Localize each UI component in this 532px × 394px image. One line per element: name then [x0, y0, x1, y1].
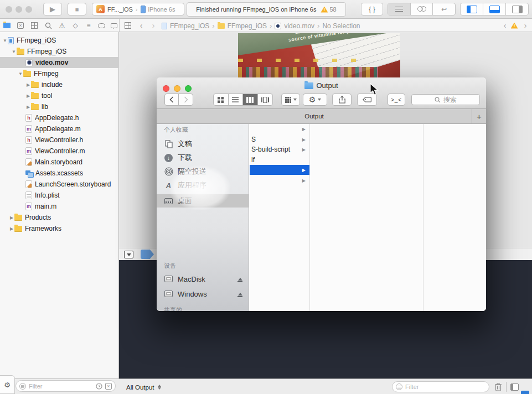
share-button[interactable]	[332, 94, 352, 106]
tree-row-info-plist[interactable]: Info.plist	[0, 190, 119, 201]
project-navigator-tab[interactable]	[3, 22, 11, 29]
new-tab-button[interactable]: +	[472, 109, 486, 123]
toggle-variables-view-button[interactable]	[510, 383, 519, 391]
minimize-window-button[interactable]	[16, 6, 22, 13]
standard-editor-button[interactable]	[388, 3, 411, 15]
list-view-icon	[232, 97, 239, 102]
tree-row-project[interactable]: ▼FFmpeg_iOS	[0, 35, 119, 46]
tree-row-ffmpeg[interactable]: ▼FFmpeg	[0, 68, 119, 79]
file-row[interactable]: ▶	[250, 175, 309, 185]
tree-row-main-storyboard[interactable]: Main.storyboard	[0, 157, 119, 168]
tree-row-video-mov[interactable]: video.mov	[0, 57, 119, 68]
code-snippets-button[interactable]: { }	[361, 3, 383, 15]
flat-hierarchy-toggle[interactable]: ×	[105, 383, 112, 390]
disclosure-closed-icon[interactable]: ▶	[25, 94, 31, 98]
trash-button[interactable]	[494, 382, 502, 391]
back-button[interactable]	[165, 94, 179, 105]
navigator-filter-bar: Filter ×	[0, 379, 119, 394]
breakpoint-navigator-tab[interactable]	[97, 22, 105, 29]
tree-row-assets[interactable]: Assets.xcassets	[0, 168, 119, 179]
drag-cloud-artifact	[160, 151, 249, 234]
finder-search-field[interactable]: 搜索	[411, 94, 480, 105]
clock-icon[interactable]	[96, 383, 102, 390]
scheme-selector[interactable]: A FF..._iOS › iPhone 6s	[92, 3, 184, 15]
column-view-button[interactable]	[243, 94, 258, 105]
eject-button[interactable]	[237, 276, 242, 282]
coverflow-view-button[interactable]	[258, 94, 272, 105]
tree-row-viewcontroller-h[interactable]: hViewController.h	[0, 134, 119, 146]
arrange-button[interactable]	[281, 94, 300, 106]
issue-indicator[interactable]	[510, 22, 518, 29]
tree-row-frameworks[interactable]: ▶Frameworks	[0, 223, 119, 234]
forward-button[interactable]	[179, 94, 193, 105]
disclosure-closed-icon[interactable]: ▶	[25, 105, 31, 110]
disclosure-closed-icon[interactable]: ▶	[9, 215, 14, 220]
previous-issue-button[interactable]: ‹	[501, 22, 509, 29]
sidebar-item-documents[interactable]: 文稿	[157, 137, 249, 151]
breadcrumb-group[interactable]: FFmpeg_iOS	[228, 22, 267, 30]
file-row-selected[interactable]: ▶	[250, 165, 309, 175]
warning-badge[interactable]: 58	[321, 6, 336, 13]
symbol-navigator-tab[interactable]: ×	[17, 22, 24, 29]
tree-row-viewcontroller-m[interactable]: mViewController.m	[0, 146, 119, 157]
folder-icon	[218, 23, 225, 29]
forward-button[interactable]: ›	[149, 22, 157, 29]
navigator-filter-input[interactable]: Filter ×	[16, 380, 116, 392]
disclosure-open-icon[interactable]: ▼	[2, 38, 8, 43]
console-output-selector[interactable]: All Output	[126, 383, 161, 391]
sidebar-item-macdisk[interactable]: MacDisk	[157, 272, 249, 286]
tree-row-appdelegate-m[interactable]: mAppDelegate.m	[0, 123, 119, 134]
file-row[interactable]: S-build-script▶	[250, 144, 309, 154]
zoom-window-button[interactable]	[25, 6, 32, 13]
close-window-button[interactable]	[6, 6, 12, 13]
stop-button[interactable]: ■	[68, 3, 86, 15]
toggle-console-button[interactable]	[521, 391, 529, 394]
debug-navigator-tab[interactable]: ≡	[85, 22, 92, 29]
tree-row-include[interactable]: ▶include	[0, 79, 119, 90]
tab-output[interactable]: Output	[157, 113, 472, 120]
disclosure-open-icon[interactable]: ▼	[18, 71, 23, 76]
related-items-button[interactable]	[124, 22, 132, 29]
emoticon-toolbar-button[interactable]: >_<	[388, 94, 405, 106]
report-navigator-tab[interactable]	[110, 22, 118, 29]
icon-view-button[interactable]	[214, 94, 229, 105]
file-row[interactable]: S▶	[250, 134, 309, 144]
breadcrumb-selection[interactable]: No Selection	[322, 22, 360, 30]
action-button[interactable]: ⚙	[303, 94, 327, 106]
tree-row-appdelegate-h[interactable]: hAppDelegate.h	[0, 112, 119, 123]
sidebar-item-windows[interactable]: Windows	[157, 287, 249, 300]
warning-icon	[511, 23, 518, 29]
disclosure-open-icon[interactable]: ▼	[11, 49, 17, 54]
toggle-navigator-button[interactable]	[461, 3, 483, 15]
next-issue-button[interactable]: ›	[521, 22, 529, 29]
breadcrumb-file[interactable]: video.mov	[284, 22, 314, 30]
issue-navigator-tab[interactable]: ⚠	[58, 22, 66, 29]
back-button[interactable]: ‹	[137, 22, 145, 29]
finder-titlebar[interactable]: Output	[157, 77, 486, 109]
video-options-button[interactable]	[124, 251, 133, 258]
toggle-utilities-button[interactable]	[506, 3, 528, 15]
tree-row-launchscreen[interactable]: LaunchScreen.storyboard	[0, 179, 119, 190]
breadcrumb-project[interactable]: FFmpeg_iOS	[170, 22, 209, 30]
console-filter-input[interactable]: Filter	[392, 381, 489, 392]
run-button[interactable]: ▶	[43, 3, 62, 15]
tree-row-tool[interactable]: ▶tool	[0, 90, 119, 101]
tree-row-main-m[interactable]: mmain.m	[0, 201, 119, 212]
toggle-debug-area-button[interactable]	[483, 3, 506, 15]
file-row[interactable]: ▶	[250, 124, 309, 134]
test-navigator-tab[interactable]: ◇	[71, 22, 79, 29]
version-editor-button[interactable]: ↩	[433, 3, 455, 15]
eject-button[interactable]	[237, 291, 242, 297]
history-nav-group	[164, 94, 193, 106]
tree-row-lib[interactable]: ▶lib	[0, 101, 119, 112]
disclosure-closed-icon[interactable]: ▶	[9, 226, 14, 231]
assistant-editor-button[interactable]	[411, 3, 433, 15]
tree-row-products[interactable]: ▶Products	[0, 212, 119, 223]
disclosure-closed-icon[interactable]: ▶	[25, 82, 31, 87]
search-navigator-tab[interactable]	[44, 22, 52, 29]
gear-popover[interactable]: ⚙	[0, 375, 15, 394]
list-view-button[interactable]	[229, 94, 244, 105]
tree-row-group[interactable]: ▼FFmpeg_iOS	[0, 46, 119, 57]
hierarchy-navigator-tab[interactable]	[30, 22, 38, 29]
file-row[interactable]: if	[250, 155, 309, 165]
